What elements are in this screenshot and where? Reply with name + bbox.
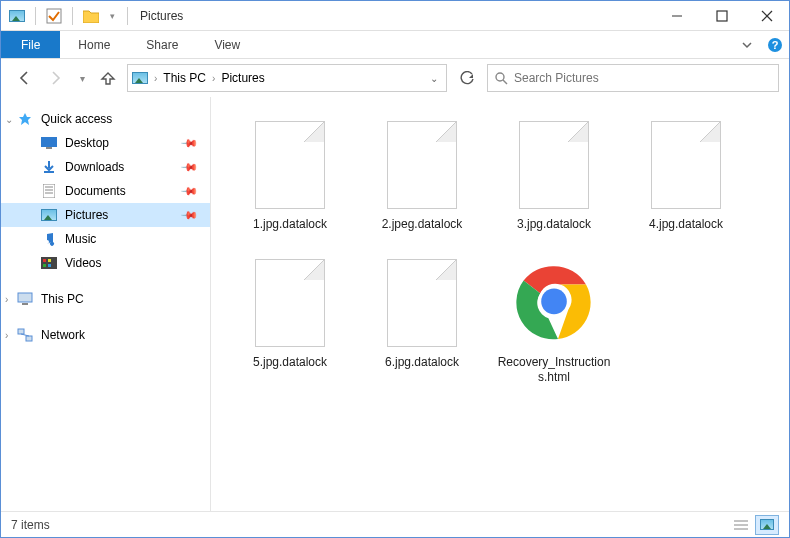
svg-point-7 (496, 73, 504, 81)
pin-icon: 📌 (179, 133, 198, 152)
ribbon-tab-home[interactable]: Home (60, 31, 128, 58)
item-count: 7 items (11, 518, 50, 532)
checkbox-icon[interactable] (42, 4, 66, 28)
file-list[interactable]: 1.jpg.datalock2.jpeg.datalock3.jpg.datal… (211, 97, 789, 511)
svg-rect-9 (41, 137, 57, 147)
file-item[interactable]: 3.jpg.datalock (493, 111, 615, 239)
address-bar[interactable]: › This PC › Pictures ⌄ (127, 64, 447, 92)
sidebar-item-label: Quick access (41, 112, 112, 126)
sidebar-item-label: Music (65, 232, 96, 246)
chevron-right-icon[interactable]: › (5, 330, 8, 341)
ribbon-tab-view[interactable]: View (196, 31, 258, 58)
svg-rect-16 (41, 257, 57, 269)
blank-file-icon (514, 117, 594, 213)
ribbon-file-tab[interactable]: File (1, 31, 60, 58)
app-icon[interactable] (5, 4, 29, 28)
ribbon-tab-share[interactable]: Share (128, 31, 196, 58)
blank-file-icon (646, 117, 726, 213)
file-item[interactable]: 6.jpg.datalock (361, 249, 483, 392)
svg-rect-19 (48, 259, 51, 262)
svg-line-8 (503, 80, 507, 84)
window-title: Pictures (140, 9, 183, 23)
file-label: 4.jpg.datalock (649, 217, 723, 233)
search-box[interactable] (487, 64, 779, 92)
sidebar-network[interactable]: › Network (1, 323, 210, 347)
svg-rect-20 (48, 264, 51, 267)
sidebar-item-label: This PC (41, 292, 84, 306)
file-item[interactable]: 5.jpg.datalock (229, 249, 351, 392)
chevron-right-icon: › (212, 73, 215, 84)
sidebar-item-desktop[interactable]: Desktop 📌 (1, 131, 210, 155)
search-input[interactable] (514, 71, 772, 85)
sidebar-quick-access[interactable]: ⌄ Quick access (1, 107, 210, 131)
navigation-pane: ⌄ Quick access Desktop 📌 Downloads 📌 Doc… (1, 97, 211, 511)
file-item[interactable]: 4.jpg.datalock (625, 111, 747, 239)
qat-dropdown[interactable]: ▾ (105, 4, 119, 28)
file-item[interactable]: Recovery_Instructions.html (493, 249, 615, 392)
ribbon-expand-icon[interactable] (733, 31, 761, 58)
sidebar-item-label: Desktop (65, 136, 109, 150)
chevron-right-icon[interactable]: › (5, 294, 8, 305)
folder-icon[interactable] (79, 4, 103, 28)
blank-file-icon (382, 255, 462, 351)
status-bar: 7 items (1, 511, 789, 537)
minimize-button[interactable] (654, 1, 699, 31)
location-icon (132, 70, 148, 86)
documents-icon (41, 183, 57, 199)
window-controls (654, 1, 789, 31)
sidebar-this-pc[interactable]: › This PC (1, 287, 210, 311)
file-label: 2.jpeg.datalock (382, 217, 463, 233)
file-item[interactable]: 1.jpg.datalock (229, 111, 351, 239)
navigation-bar: ▾ › This PC › Pictures ⌄ (1, 59, 789, 97)
large-icons-view-button[interactable] (755, 515, 779, 535)
sidebar-item-label: Downloads (65, 160, 124, 174)
blank-file-icon (250, 255, 330, 351)
chrome-icon (514, 255, 594, 351)
forward-button[interactable] (43, 65, 69, 91)
pin-icon: 📌 (179, 181, 198, 200)
svg-line-25 (21, 334, 29, 336)
chevron-right-icon: › (154, 73, 157, 84)
address-dropdown[interactable]: ⌄ (426, 73, 442, 84)
svg-rect-24 (26, 336, 32, 341)
help-icon[interactable]: ? (761, 31, 789, 58)
star-icon (17, 111, 33, 127)
ribbon: File Home Share View ? (1, 31, 789, 59)
search-icon (494, 71, 508, 85)
history-dropdown[interactable]: ▾ (75, 73, 89, 84)
blank-file-icon (250, 117, 330, 213)
refresh-button[interactable] (453, 64, 481, 92)
sidebar-item-videos[interactable]: Videos (1, 251, 210, 275)
file-item[interactable]: 2.jpeg.datalock (361, 111, 483, 239)
maximize-button[interactable] (699, 1, 744, 31)
downloads-icon (41, 159, 57, 175)
file-label: 1.jpg.datalock (253, 217, 327, 233)
sidebar-item-downloads[interactable]: Downloads 📌 (1, 155, 210, 179)
sidebar-item-documents[interactable]: Documents 📌 (1, 179, 210, 203)
network-icon (17, 327, 33, 343)
chevron-down-icon[interactable]: ⌄ (5, 114, 13, 125)
sidebar-item-label: Network (41, 328, 85, 342)
pin-icon: 📌 (179, 205, 198, 224)
computer-icon (17, 291, 33, 307)
breadcrumb-this-pc[interactable]: This PC (163, 71, 206, 85)
desktop-icon (41, 135, 57, 151)
sidebar-item-pictures[interactable]: Pictures 📌 (1, 203, 210, 227)
pictures-icon (41, 207, 57, 223)
quick-access-toolbar: ▾ (1, 4, 123, 28)
up-button[interactable] (95, 65, 121, 91)
back-button[interactable] (11, 65, 37, 91)
separator (35, 7, 36, 25)
sidebar-item-label: Pictures (65, 208, 108, 222)
file-label: 5.jpg.datalock (253, 355, 327, 371)
close-button[interactable] (744, 1, 789, 31)
file-label: 3.jpg.datalock (517, 217, 591, 233)
svg-rect-12 (43, 184, 55, 198)
svg-rect-23 (18, 329, 24, 334)
breadcrumb-pictures[interactable]: Pictures (221, 71, 264, 85)
sidebar-item-music[interactable]: Music (1, 227, 210, 251)
file-label: Recovery_Instructions.html (497, 355, 611, 386)
svg-rect-17 (43, 259, 46, 262)
details-view-button[interactable] (729, 515, 753, 535)
svg-rect-2 (717, 11, 727, 21)
